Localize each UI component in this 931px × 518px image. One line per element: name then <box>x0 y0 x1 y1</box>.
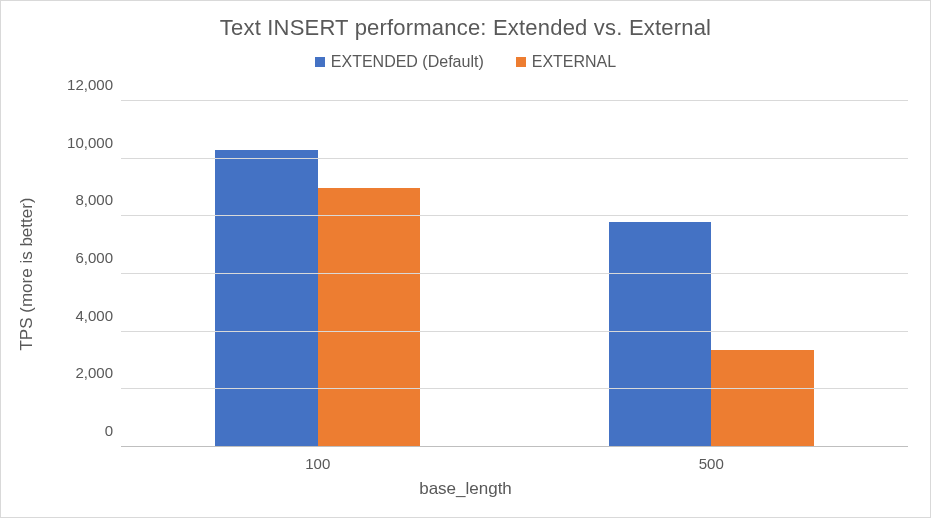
y-axis-label: TPS (more is better) <box>17 197 37 350</box>
y-tick-label: 10,000 <box>67 133 121 150</box>
grid-line <box>121 273 908 274</box>
bar-group: 500 <box>515 101 909 447</box>
x-axis-label: base_length <box>1 479 930 499</box>
y-tick-label: 6,000 <box>75 249 121 266</box>
y-tick-label: 8,000 <box>75 191 121 208</box>
bar-group: 100 <box>121 101 515 447</box>
legend-label-external: EXTERNAL <box>532 53 616 71</box>
plot-area: 100500 02,0004,0006,0008,00010,00012,000 <box>121 101 908 447</box>
bar <box>609 222 711 447</box>
chart-frame: Text INSERT performance: Extended vs. Ex… <box>0 0 931 518</box>
chart-legend: EXTENDED (Default) EXTERNAL <box>1 53 930 71</box>
grid-line <box>121 100 908 101</box>
legend-item-external: EXTERNAL <box>516 53 616 71</box>
y-axis-label-wrap: TPS (more is better) <box>15 101 39 447</box>
grid-line <box>121 215 908 216</box>
legend-swatch-external <box>516 57 526 67</box>
chart-title: Text INSERT performance: Extended vs. Ex… <box>1 1 930 41</box>
grid-line <box>121 158 908 159</box>
category-label: 500 <box>515 447 909 472</box>
y-tick-label: 0 <box>105 422 121 439</box>
bar <box>318 188 420 448</box>
y-tick-label: 2,000 <box>75 364 121 381</box>
grid-line <box>121 388 908 389</box>
grid-line <box>121 446 908 447</box>
grid-line <box>121 331 908 332</box>
plot-area-wrap: 100500 02,0004,0006,0008,00010,00012,000 <box>63 101 908 447</box>
legend-swatch-extended <box>315 57 325 67</box>
category-label: 100 <box>121 447 515 472</box>
bar <box>711 350 813 447</box>
bar <box>215 150 317 447</box>
legend-item-extended: EXTENDED (Default) <box>315 53 484 71</box>
y-tick-label: 12,000 <box>67 76 121 93</box>
bar-groups: 100500 <box>121 101 908 447</box>
y-tick-label: 4,000 <box>75 306 121 323</box>
legend-label-extended: EXTENDED (Default) <box>331 53 484 71</box>
